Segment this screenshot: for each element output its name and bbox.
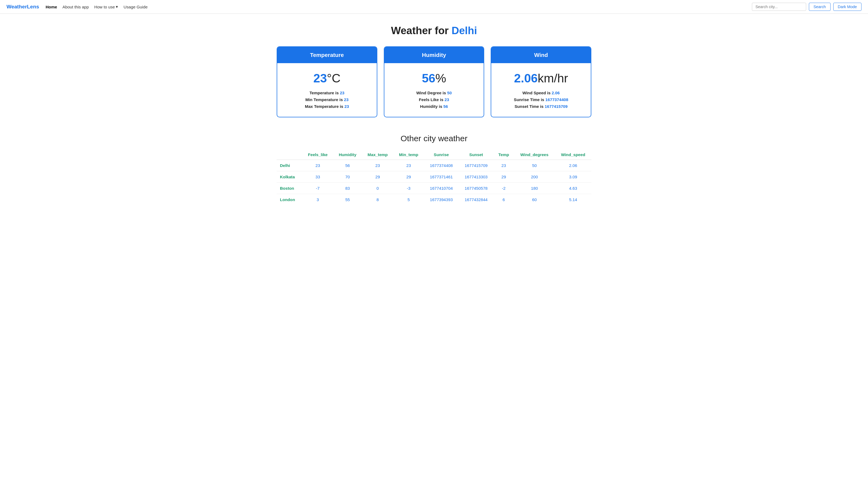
cards-row: Temperature23°CTemperature is 23Min Temp… [277, 46, 591, 117]
cell-1-3: 29 [362, 171, 393, 183]
cell-2-8: 180 [514, 183, 555, 194]
nav-how-to-use[interactable]: How to use ▾ [94, 4, 118, 9]
col-header-6: Sunset [459, 149, 493, 160]
col-header-9: Wind_speed [555, 149, 591, 160]
col-header-3: Max_temp [362, 149, 393, 160]
cell-2-3: 0 [362, 183, 393, 194]
card-stat-1-1: Feels Like is 23 [391, 97, 477, 102]
card-header-1: Humidity [384, 47, 484, 63]
card-body-0: 23°CTemperature is 23Min Temperature is … [277, 63, 377, 117]
cell-2-1: -7 [302, 183, 333, 194]
cell-1-4: 29 [393, 171, 424, 183]
col-header-7: Temp [494, 149, 514, 160]
card-stat-0-2: Max Temperature is 23 [284, 104, 370, 109]
cell-3-8: 60 [514, 194, 555, 205]
cell-1-9: 3.09 [555, 171, 591, 183]
col-header-2: Humidity [333, 149, 362, 160]
table-row: Delhi235623231677374408167741570923502.0… [277, 160, 591, 171]
nav-home[interactable]: Home [45, 5, 57, 9]
table-wrapper: Feels_likeHumidityMax_tempMin_tempSunris… [277, 149, 591, 205]
search-input[interactable] [752, 3, 806, 11]
col-header-1: Feels_like [302, 149, 333, 160]
card-stat-0-1: Min Temperature is 23 [284, 97, 370, 102]
nav-links: Home About this app How to use ▾ Usage G… [45, 4, 752, 9]
table-head: Feels_likeHumidityMax_tempMin_tempSunris… [277, 149, 591, 160]
navbar: WeatherLens Home About this app How to u… [0, 0, 868, 14]
cell-3-4: 5 [393, 194, 424, 205]
card-main-value-2: 2.06km/hr [498, 71, 584, 85]
card-main-value-1: 56% [391, 71, 477, 85]
cell-2-9: 4.63 [555, 183, 591, 194]
cell-3-6: 1677432844 [459, 194, 493, 205]
search-button[interactable]: Search [809, 3, 831, 11]
table-header-row: Feels_likeHumidityMax_tempMin_tempSunris… [277, 149, 591, 160]
cell-3-0: London [277, 194, 302, 205]
card-stat-2-1: Sunrise Time is 1677374408 [498, 97, 584, 102]
card-stat-1-0: Wind Degree is 50 [391, 91, 477, 95]
nav-about[interactable]: About this app [62, 5, 89, 9]
col-header-8: Wind_degrees [514, 149, 555, 160]
cell-0-7: 23 [494, 160, 514, 171]
cell-1-1: 33 [302, 171, 333, 183]
cell-2-7: -2 [494, 183, 514, 194]
cell-2-6: 1677450578 [459, 183, 493, 194]
weather-card-2: Wind2.06km/hrWind Speed is 2.06Sunrise T… [491, 46, 591, 117]
card-stat-1-2: Humidity is 56 [391, 104, 477, 109]
cell-2-5: 1677410704 [424, 183, 459, 194]
cell-1-0: Kolkata [277, 171, 302, 183]
table-row: Kolkata337029291677371461167741330329200… [277, 171, 591, 183]
cell-0-9: 2.06 [555, 160, 591, 171]
cell-1-5: 1677371461 [424, 171, 459, 183]
card-body-2: 2.06km/hrWind Speed is 2.06Sunrise Time … [491, 63, 591, 117]
cell-3-5: 1677394393 [424, 194, 459, 205]
cell-1-6: 1677413303 [459, 171, 493, 183]
weather-card-1: Humidity56%Wind Degree is 50Feels Like i… [384, 46, 485, 117]
card-stat-2-0: Wind Speed is 2.06 [498, 91, 584, 95]
navbar-right: Search Dark Mode [752, 3, 862, 11]
other-cities-title: Other city weather [277, 134, 591, 143]
weather-card-0: Temperature23°CTemperature is 23Min Temp… [277, 46, 377, 117]
cell-0-1: 23 [302, 160, 333, 171]
cell-0-0: Delhi [277, 160, 302, 171]
cell-3-3: 8 [362, 194, 393, 205]
cell-0-8: 50 [514, 160, 555, 171]
cell-3-1: 3 [302, 194, 333, 205]
cell-2-0: Boston [277, 183, 302, 194]
cell-1-2: 70 [333, 171, 362, 183]
table-body: Delhi235623231677374408167741570923502.0… [277, 160, 591, 205]
cell-0-6: 1677415709 [459, 160, 493, 171]
cell-3-7: 6 [494, 194, 514, 205]
main-content: Weather for Delhi Temperature23°CTempera… [271, 14, 597, 216]
cell-0-3: 23 [362, 160, 393, 171]
cell-0-2: 56 [333, 160, 362, 171]
cell-1-8: 200 [514, 171, 555, 183]
card-header-2: Wind [491, 47, 591, 63]
page-title: Weather for Delhi [277, 25, 591, 37]
cell-2-4: -3 [393, 183, 424, 194]
card-body-1: 56%Wind Degree is 50Feels Like is 23Humi… [384, 63, 484, 117]
cell-2-2: 83 [333, 183, 362, 194]
cell-3-9: 5.14 [555, 194, 591, 205]
col-header-0 [277, 149, 302, 160]
card-stat-2-2: Sunset Time is 1677415709 [498, 104, 584, 109]
nav-usage-guide[interactable]: Usage Guide [123, 5, 148, 9]
col-header-4: Min_temp [393, 149, 424, 160]
table-row: Boston-7830-316774107041677450578-21804.… [277, 183, 591, 194]
cell-3-2: 55 [333, 194, 362, 205]
chevron-down-icon: ▾ [116, 4, 118, 9]
cell-0-5: 1677374408 [424, 160, 459, 171]
col-header-5: Sunrise [424, 149, 459, 160]
brand-logo[interactable]: WeatherLens [6, 4, 39, 10]
city-name: Delhi [452, 25, 477, 36]
cities-table: Feels_likeHumidityMax_tempMin_tempSunris… [277, 149, 591, 205]
card-header-0: Temperature [277, 47, 377, 63]
card-stat-0-0: Temperature is 23 [284, 91, 370, 95]
table-row: London35585167739439316774328446605.14 [277, 194, 591, 205]
cell-0-4: 23 [393, 160, 424, 171]
card-main-value-0: 23°C [284, 71, 370, 85]
cell-1-7: 29 [494, 171, 514, 183]
dark-mode-button[interactable]: Dark Mode [833, 3, 862, 11]
